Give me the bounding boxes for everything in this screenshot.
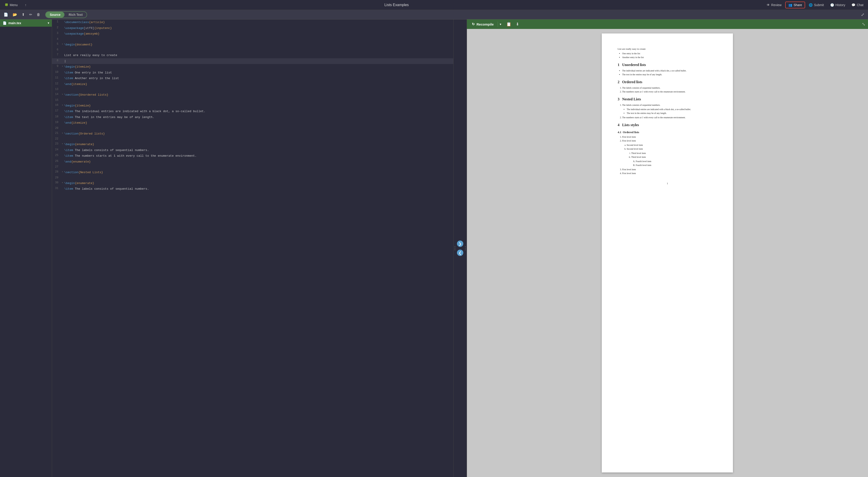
- list-item: Fourth level item: [636, 164, 717, 167]
- line-number: 6: [52, 48, 61, 51]
- line-number: 8: [52, 59, 61, 62]
- filename: main.tex: [8, 21, 21, 25]
- preview-scroll[interactable]: List are really easy to create One entry…: [467, 29, 868, 477]
- list-item: Third level item Fourth level item Fourt…: [631, 155, 717, 167]
- line-number: 12: [52, 81, 61, 85]
- trash-button[interactable]: 🗑: [35, 12, 42, 18]
- upload-button[interactable]: ⬆: [20, 11, 26, 18]
- code-token: \item: [64, 148, 73, 152]
- fold-indicator: [61, 20, 64, 20]
- line-code: \end{itemize}: [64, 81, 453, 87]
- file-header[interactable]: 📄 main.tex ▾: [0, 20, 52, 27]
- fold-indicator[interactable]: ▾: [61, 64, 64, 68]
- list-item: Fourth level item: [636, 160, 717, 163]
- arrow-right-button[interactable]: ❯: [457, 241, 463, 247]
- recompile-dropdown[interactable]: ▾: [498, 22, 503, 27]
- open-folder-button[interactable]: 📂: [11, 11, 19, 18]
- tab-richtext[interactable]: Rich Text: [64, 12, 87, 18]
- list-item: The individual entries are indicated wit…: [622, 69, 717, 72]
- code-token: {document}: [75, 43, 93, 46]
- pencil-button[interactable]: ✏: [28, 11, 33, 18]
- preview-download-button[interactable]: ⬇: [515, 21, 521, 27]
- preview-page: List are really easy to create One entry…: [602, 33, 733, 473]
- fold-indicator: [61, 159, 64, 160]
- preview-document-icon[interactable]: 📋: [505, 21, 513, 27]
- fold-indicator: [61, 37, 64, 38]
- line-code: \item The numbers starts at 1 with every…: [64, 153, 453, 159]
- list-item: Second level item: [627, 143, 717, 147]
- arrow-left-button[interactable]: ❮: [457, 249, 463, 256]
- line-number: 17: [52, 109, 61, 112]
- top-navigation: 🍀 Menu ↑ Lists Examples 👁 Review 👥 Share…: [0, 0, 868, 10]
- code-token: {Unordered lists}: [78, 93, 108, 97]
- code-line-12: 12\end{itemize}: [52, 81, 453, 87]
- submit-button[interactable]: 🌐 Submit: [806, 2, 827, 8]
- fold-indicator[interactable]: ▾: [61, 103, 64, 106]
- line-number: 31: [52, 186, 61, 190]
- fold-indicator: [61, 26, 64, 26]
- code-editor[interactable]: 1\documentclass{article}2\usepackage[utf…: [52, 20, 453, 477]
- line-number: 9: [52, 64, 61, 68]
- code-token: The text in the entries may be of any le…: [73, 115, 154, 119]
- menu-button[interactable]: 🍀 Menu: [2, 2, 20, 8]
- recompile-button[interactable]: ↻ Recompile: [470, 21, 496, 27]
- code-line-24: 24\item The labels consists of sequentia…: [52, 147, 453, 153]
- list-item: First level item Second level item Secon…: [622, 139, 717, 167]
- code-token: {enumerate}: [75, 181, 94, 185]
- code-token: |: [64, 60, 66, 63]
- line-number: 27: [52, 165, 61, 168]
- fold-indicator: [61, 98, 64, 99]
- line-code: \section{Unordered lists}: [64, 92, 453, 98]
- line-number: 28: [52, 170, 61, 173]
- review-button[interactable]: 👁 Review: [764, 2, 784, 8]
- app-title: Lists Examples: [29, 3, 764, 7]
- line-number: 23: [52, 142, 61, 145]
- fold-indicator: [61, 148, 64, 148]
- pane-divider: ❯ ❮: [453, 20, 467, 477]
- history-button[interactable]: 🕐 History: [828, 2, 848, 8]
- fold-indicator[interactable]: ▾: [61, 170, 64, 173]
- fold-indicator[interactable]: ▾: [61, 92, 64, 96]
- line-number: 21: [52, 131, 61, 135]
- line-code: \item The individual entries are indicat…: [64, 109, 453, 114]
- code-token: \end: [64, 160, 71, 164]
- list-item: Second level item Third level item Third…: [627, 147, 717, 167]
- share-button[interactable]: 👥 Share: [785, 2, 805, 8]
- line-code: \section{Nested Lists}: [64, 170, 453, 175]
- code-line-25: 25\item The numbers starts at 1 with eve…: [52, 153, 453, 159]
- fold-indicator: [61, 109, 64, 109]
- line-code: \item The labels consists of sequential …: [64, 186, 453, 192]
- fold-indicator: [61, 81, 64, 82]
- code-token: {itemize}: [71, 82, 87, 86]
- code-token: The individual entries are indicated wit…: [73, 110, 206, 113]
- back-button[interactable]: ↑: [22, 2, 29, 8]
- line-number: 16: [52, 103, 61, 107]
- line-number: 24: [52, 148, 61, 151]
- minimize-preview-button[interactable]: ⤡: [862, 22, 865, 27]
- code-line-17: 17\item The individual entries are indic…: [52, 108, 453, 114]
- menu-icon: 🍀: [4, 3, 8, 7]
- file-icon: 📄: [3, 21, 6, 25]
- fold-indicator[interactable]: ▾: [61, 42, 64, 45]
- code-line-20: 20: [52, 126, 453, 131]
- fold-indicator[interactable]: ▾: [61, 181, 64, 184]
- code-token: [utf8]: [84, 27, 94, 30]
- line-code: [64, 126, 453, 127]
- fold-indicator: [61, 114, 64, 115]
- chat-button[interactable]: 💬 Chat: [849, 2, 866, 8]
- code-token: \documentclass: [64, 21, 89, 24]
- code-token: The labels consists of sequential number…: [73, 148, 149, 152]
- code-token: \item: [64, 154, 73, 158]
- line-code: [64, 37, 453, 38]
- code-token: \item: [64, 187, 73, 191]
- expand-editor-button[interactable]: ⤢: [860, 12, 866, 18]
- tab-source[interactable]: Source: [46, 12, 64, 18]
- line-code: \item Another entry in the list: [64, 76, 453, 81]
- new-file-button[interactable]: 📄: [2, 11, 9, 18]
- history-icon: 🕐: [830, 3, 834, 7]
- code-token: \item: [64, 115, 73, 119]
- fold-indicator[interactable]: ▾: [61, 142, 64, 145]
- code-token: \usepackage: [64, 32, 84, 35]
- code-token: The labels consists of sequential number…: [73, 187, 149, 191]
- fold-indicator[interactable]: ▾: [61, 131, 64, 135]
